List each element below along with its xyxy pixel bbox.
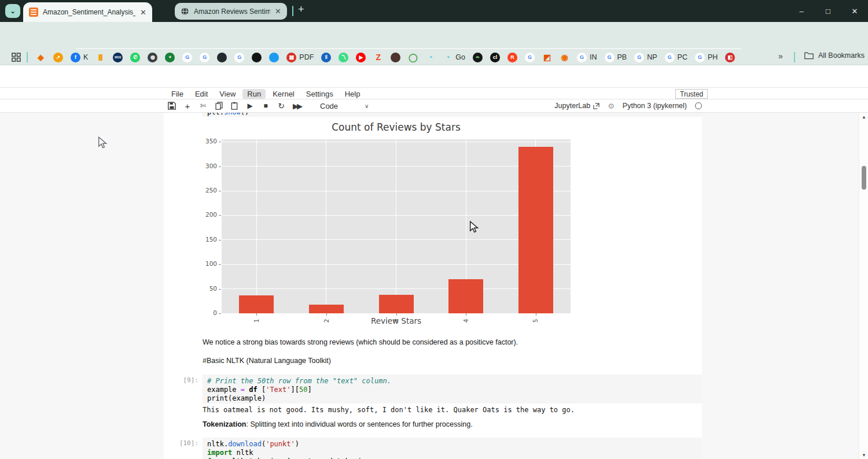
restart-run-all-icon[interactable]: ▶▶ [292, 101, 302, 111]
bookmark-yandex-icon: R [507, 53, 517, 62]
save-icon[interactable] [167, 101, 177, 111]
bookmark-github[interactable] [217, 53, 227, 62]
interrupt-kernel-icon[interactable]: ■ [260, 101, 271, 111]
restart-kernel-icon[interactable]: ↻ [276, 101, 286, 111]
menu-run[interactable]: Run [242, 89, 266, 99]
apps-grid-icon[interactable] [12, 53, 21, 62]
code-line: plt.show() [207, 113, 702, 117]
bookmark-g-ph[interactable]: GPH [695, 53, 718, 62]
all-bookmarks-label: All Bookmarks [818, 51, 865, 60]
bookmark-yandex[interactable]: R [507, 53, 517, 62]
bookmark-teal-wave-1[interactable]: ◔ [425, 53, 435, 62]
bookmark-google-3-icon: G [234, 53, 244, 62]
bookmark-android[interactable]: 〽 [339, 53, 348, 62]
bookmark-google-3[interactable]: G [234, 53, 244, 62]
bookmark-globe-dark[interactable]: ◍ [148, 53, 157, 62]
bookmark-cl[interactable]: cl [490, 53, 500, 62]
code-cell-input[interactable]: nltk.download('punkt') import nltk from … [203, 438, 702, 459]
gridline [326, 139, 326, 313]
bookmark-g-np[interactable]: GNP [634, 53, 657, 62]
tab-search-button[interactable]: ⌄ [5, 4, 20, 18]
code-line: nltk.download('punkt') [207, 440, 697, 449]
bookmark-zerodha[interactable]: Z [373, 53, 383, 62]
bookmark-blue-doc[interactable]: ‖ [321, 53, 331, 62]
external-link-icon [593, 103, 599, 109]
scrollbar-thumb[interactable] [862, 166, 866, 190]
menu-settings[interactable]: Settings [301, 89, 338, 99]
bar-4 [448, 279, 483, 313]
bookmark-dark-oval-icon [391, 53, 400, 62]
browser-tab-inactive[interactable]: Amazon Reviews Sentiment Ana ✕ [175, 3, 287, 20]
bookmark-g-pb[interactable]: GPB [605, 53, 627, 62]
menu-help[interactable]: Help [340, 89, 365, 99]
y-tick [219, 191, 221, 191]
menu-file[interactable]: File [167, 89, 188, 99]
copy-cells-icon[interactable] [214, 101, 224, 111]
insert-cell-icon[interactable]: + [182, 101, 193, 111]
paste-cells-icon[interactable] [229, 101, 240, 111]
trusted-badge[interactable]: Trusted [675, 89, 708, 99]
cell-type-dropdown[interactable]: Code ∨ [320, 102, 369, 110]
run-cell-icon[interactable]: ▶ [245, 101, 255, 111]
bookmark-dark-circle[interactable] [252, 53, 262, 62]
gridline [396, 139, 396, 313]
bookmark-orange-tool[interactable]: ↗ [53, 53, 63, 62]
new-tab-button[interactable]: + [298, 3, 304, 16]
bookmark-dark-oval[interactable] [391, 53, 400, 62]
menu-items: FileEditViewRunKernelSettingsHelp [167, 88, 365, 99]
bookmark-whatsapp[interactable]: ✆ [130, 53, 140, 62]
bookmarks-overflow-icon[interactable]: » [778, 51, 783, 61]
code-cell-input[interactable]: # Print the 50th row from the "text" col… [203, 375, 702, 404]
bookmark-sheets[interactable]: + [165, 53, 175, 62]
markdown-cell[interactable]: #Basic NLTK (Natural Language Toolkit) [203, 357, 331, 365]
bookmark-pdf[interactable]: ▤PDF [286, 53, 314, 62]
markdown-cell[interactable]: Tokenization: Splitting text into indivi… [203, 420, 473, 428]
bookmark-g-in[interactable]: GIN [577, 53, 597, 62]
bookmark-arrows[interactable]: ◆ [36, 53, 46, 62]
bookmark-google-1[interactable]: G [182, 53, 192, 62]
gear-icon[interactable]: ⚙ [608, 102, 615, 110]
y-tick [219, 313, 221, 314]
minimize-icon[interactable]: – [788, 0, 815, 22]
y-tick [219, 264, 221, 265]
scroll-down-icon[interactable]: ▼ [859, 451, 868, 459]
restore-icon[interactable]: □ [815, 0, 841, 22]
bookmark-ieee[interactable]: IEEE [113, 53, 123, 62]
bookmark-eye[interactable]: ◉ [560, 53, 569, 62]
bookmark-analytics[interactable]: ▐▌ [95, 53, 105, 62]
bookmark-google-2[interactable]: G [200, 53, 209, 62]
code-cell-partial[interactable]: plt.show() [203, 113, 702, 117]
browser-tab-active[interactable]: Amazon_Sentiment_Analysis_M ✕ [23, 2, 152, 22]
bookmark-google-2-icon: G [200, 53, 209, 62]
bookmark-facebook[interactable]: fK [71, 53, 88, 62]
bookmark-youtube[interactable]: ▶ [356, 53, 366, 62]
tab-close-icon[interactable]: ✕ [140, 8, 146, 17]
menu-kernel[interactable]: Kernel [268, 89, 299, 99]
bookmark-eye-icon: ◉ [560, 53, 569, 62]
bookmark-teal-wave-2[interactable]: ◔Go [443, 53, 465, 62]
bookmark-leaf[interactable]: ❧ [473, 53, 483, 62]
menu-edit[interactable]: Edit [190, 89, 212, 99]
bookmark-green-ring[interactable]: ◯ [408, 53, 418, 62]
cut-cells-icon[interactable]: ✄ [198, 101, 208, 111]
close-window-icon[interactable]: ✕ [841, 0, 868, 22]
bookmark-twitter[interactable] [269, 53, 279, 62]
menu-view[interactable]: View [215, 89, 240, 99]
bar-5 [518, 147, 553, 313]
y-tick [219, 240, 221, 240]
scroll-up-icon[interactable]: ▲ [859, 113, 868, 121]
bookmark-google-4[interactable]: G [525, 53, 535, 62]
page-scrollbar[interactable]: ▲ ▼ [859, 113, 868, 459]
kernel-name[interactable]: Python 3 (ipykernel) [623, 102, 687, 110]
markdown-cell[interactable]: We notice a strong bias towards strong r… [203, 338, 518, 346]
bookmark-kite[interactable]: ◩ [542, 53, 552, 62]
bookmark-red-app[interactable]: ◧ [725, 53, 735, 62]
bookmark-facebook-icon: f [71, 53, 80, 62]
bookmark-g-pc[interactable]: GPC [665, 53, 687, 62]
bookmark-android-icon: 〽 [339, 53, 348, 62]
all-bookmarks-button[interactable]: All Bookmarks [804, 51, 865, 60]
toolbar-buttons: + ✄ ▶ ■ ↻ ▶▶ Code ∨ [167, 99, 369, 112]
jupyterlab-link[interactable]: JupyterLab [554, 102, 599, 110]
bookmark-red-app-icon: ◧ [725, 53, 735, 62]
tab-close-icon[interactable]: ✕ [275, 7, 281, 16]
